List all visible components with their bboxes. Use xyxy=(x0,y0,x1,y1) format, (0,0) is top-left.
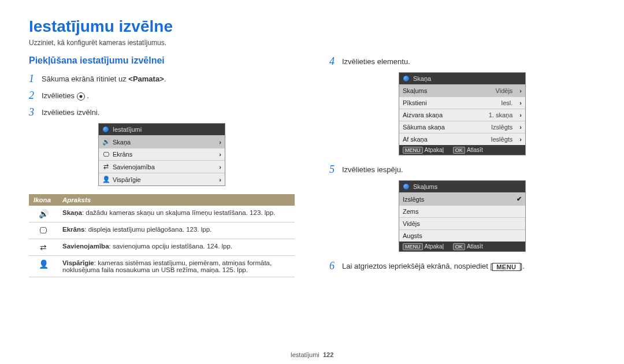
step-number: 2 xyxy=(29,90,37,102)
row-label: Izslēgts xyxy=(403,196,424,203)
menu-row: Sākuma skaņaIzslēgts› xyxy=(399,121,525,133)
row-label: Zems xyxy=(403,208,419,215)
chevron-right-icon: › xyxy=(519,87,522,94)
step-1: 1 Sākuma ekrānā ritiniet uz <Pamata>. xyxy=(29,73,295,85)
right-column: 4 Izvēlieties elementu. Skaņa SkaļumsVid… xyxy=(329,55,595,277)
step-6: 6 Lai atgrieztos iepriekšējā ekrānā, nos… xyxy=(329,260,595,272)
menu-row: ⇄Savienojamība› xyxy=(99,160,225,173)
chevron-right-icon: › xyxy=(219,139,221,146)
page-title: Iestatījumu izvēlne xyxy=(29,17,595,36)
left-column: Piekļūšana iestatījumu izvēlnei 1 Sākuma… xyxy=(29,55,295,277)
table-row: 🔊Skaņa: dažādu kameras skaņu un skaļuma … xyxy=(29,206,295,222)
menu-header: Skaņa xyxy=(399,73,525,84)
menu-row: SkaļumsVidējs› xyxy=(399,84,525,96)
menu-row: Zems xyxy=(399,205,525,217)
ok-btn-label: OK xyxy=(453,147,465,154)
table-row: 🖵Ekrāns: displeja iestatījumu pielāgošan… xyxy=(29,222,295,239)
row-value: Vidējs xyxy=(496,87,513,94)
dial-icon xyxy=(403,183,410,190)
menu-row: 👤Vispārīgie› xyxy=(99,173,225,185)
target-icon xyxy=(77,92,85,101)
step-5: 5 Izvēlieties iespēju. xyxy=(329,164,595,176)
page-footer: Iestatījumi 122 xyxy=(0,351,624,358)
row-value: Iesl. xyxy=(501,99,512,106)
table-desc-cell: Vispārīgie: kameras sistēmas iestatījumu… xyxy=(58,256,295,277)
step-1-bold: <Pamata> xyxy=(128,75,164,83)
step-number: 5 xyxy=(329,164,337,176)
table-desc-cell: Ekrāns: displeja iestatījumu pielāgošana… xyxy=(58,222,295,239)
check-icon: ✔ xyxy=(517,195,522,203)
ok-btn-label: OK xyxy=(453,243,465,250)
sound-menu-preview: Skaņa SkaļumsVidējs›PīkstieniIesl.›Aizva… xyxy=(399,72,526,155)
table-row: 👤Vispārīgie: kameras sistēmas iestatījum… xyxy=(29,256,295,277)
row-label: Skaņa xyxy=(113,139,131,146)
menu-header: Iestatījumi xyxy=(99,124,225,135)
intro-text: Uzziniet, kā konfigurēt kameras iestatīj… xyxy=(29,39,595,47)
row-label: Vidējs xyxy=(403,220,420,227)
step-number: 6 xyxy=(329,260,337,272)
menu-row: 🔊Skaņa› xyxy=(99,135,225,148)
table-desc-cell: Savienojamība: savienojuma opciju iestat… xyxy=(58,239,295,256)
chevron-right-icon: › xyxy=(219,151,221,158)
menu-row: Af skaņaIeslēgts› xyxy=(399,133,525,145)
back-label: Atpakaļ xyxy=(425,147,444,153)
chevron-right-icon: › xyxy=(219,164,221,170)
menu-row: Aizvara skaņa1. skaņa› xyxy=(399,109,525,121)
step-1-text: Sākuma ekrānā ritiniet uz xyxy=(42,75,128,83)
row-value: 1. skaņa xyxy=(489,112,513,118)
back-label: Atpakaļ xyxy=(425,243,444,250)
menu-btn-label: MENU xyxy=(403,243,423,250)
chevron-right-icon: › xyxy=(519,99,522,106)
section-heading: Piekļūšana iestatījumu izvēlnei xyxy=(29,55,295,66)
table-head-desc: Apraksts xyxy=(58,194,295,206)
row-label: Augsts xyxy=(403,232,422,239)
table-icon-cell: 🔊 xyxy=(29,206,58,222)
step-3: 3 Izvēlieties izvēlni. xyxy=(29,106,295,118)
chevron-right-icon: › xyxy=(519,136,522,143)
row-value: Ieslēgts xyxy=(491,136,512,143)
step-4: 4 Izvēlieties elementu. xyxy=(329,55,595,68)
step-number: 3 xyxy=(29,106,37,118)
table-icon-cell: ⇄ xyxy=(29,239,58,256)
row-label: Sākuma skaņa xyxy=(403,124,445,131)
menu-footer: MENUAtpakaļ OKAtlasīt xyxy=(399,242,525,251)
step-2-text: Izvēlieties xyxy=(42,91,77,100)
menu-footer: MENUAtpakaļ OKAtlasīt xyxy=(399,145,525,155)
menu-row: PīkstieniIesl.› xyxy=(399,96,525,109)
step-2: 2 Izvēlieties . xyxy=(29,90,295,102)
row-icon: 👤 xyxy=(102,176,109,183)
menu-title: Skaņa xyxy=(413,75,431,82)
step-3-text: Izvēlieties izvēlni. xyxy=(42,106,99,117)
row-label: Pīkstieni xyxy=(403,99,427,106)
row-label: Vispārīgie xyxy=(113,176,141,183)
icon-description-table: Ikona Apraksts 🔊Skaņa: dažādu kameras sk… xyxy=(29,194,295,277)
menu-row: Izslēgts✔ xyxy=(399,192,525,205)
settings-menu-preview: Iestatījumi 🔊Skaņa›🖵Ekrāns›⇄Savienojamīb… xyxy=(98,123,225,186)
row-value: Izslēgts xyxy=(491,124,512,131)
table-icon-cell: 👤 xyxy=(29,256,58,277)
dial-icon xyxy=(403,75,410,82)
chevron-right-icon: › xyxy=(219,176,221,183)
row-label: Af skaņa xyxy=(403,136,428,143)
chevron-right-icon: › xyxy=(519,124,522,131)
row-icon: 🔊 xyxy=(102,138,109,146)
footer-page: 122 xyxy=(323,351,333,358)
table-desc-cell: Skaņa: dažādu kameras skaņu un skaļuma l… xyxy=(58,206,295,222)
step-number: 1 xyxy=(29,73,37,85)
menu-row: Vidējs xyxy=(399,217,525,229)
step-5-text: Izvēlieties iespēju. xyxy=(342,164,403,174)
select-label: Atlasīt xyxy=(467,243,483,250)
step-4-text: Izvēlieties elementu. xyxy=(342,55,410,66)
select-label: Atlasīt xyxy=(467,147,483,153)
footer-section: Iestatījumi xyxy=(291,351,320,358)
volume-menu-preview: Skaļums Izslēgts✔ZemsVidējsAugsts MENUAt… xyxy=(399,180,526,252)
row-label: Aizvara skaņa xyxy=(403,112,443,118)
menu-btn-label: MENU xyxy=(403,147,423,154)
menu-button-graphic: MENU xyxy=(492,263,520,271)
table-row: ⇄Savienojamība: savienojuma opciju iesta… xyxy=(29,239,295,256)
step-number: 4 xyxy=(329,55,337,68)
menu-title: Iestatījumi xyxy=(113,126,142,133)
row-label: Ekrāns xyxy=(113,151,132,158)
menu-header: Skaļums xyxy=(399,181,525,192)
menu-row: 🖵Ekrāns› xyxy=(99,148,225,160)
